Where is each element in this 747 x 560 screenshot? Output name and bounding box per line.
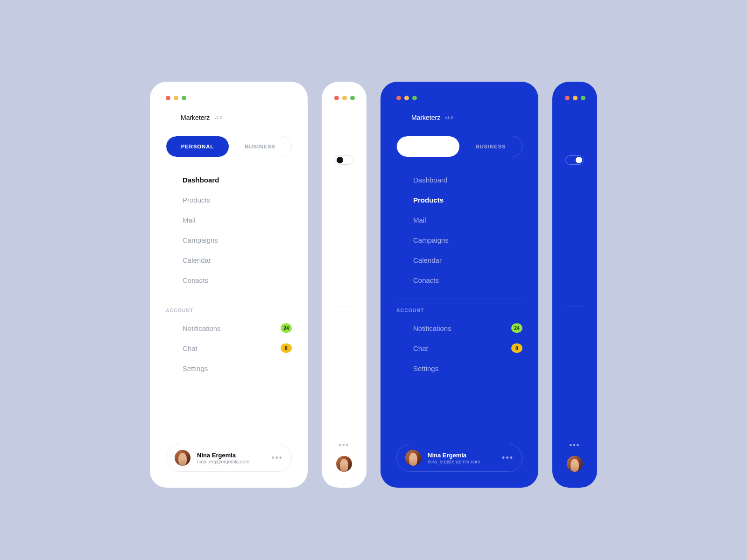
search-button[interactable] [570, 134, 580, 144]
search-button[interactable] [512, 112, 522, 123]
tab-business[interactable]: BUSINESS [229, 136, 291, 157]
app-name: Marketerz [181, 114, 210, 121]
section-account-title: ACCOUNT [396, 308, 522, 313]
nav-campaigns[interactable] [339, 240, 349, 251]
nav-label: Mail [183, 216, 292, 224]
nav-settings[interactable]: Settings [396, 359, 522, 378]
nav-notifications[interactable] [339, 320, 349, 330]
minimize-window-icon[interactable] [342, 96, 347, 100]
nav-products[interactable] [570, 197, 580, 208]
nav-dashboard[interactable] [339, 176, 349, 186]
account-nav: Notifications24 Chat8 Settings [166, 319, 292, 378]
nav-dashboard[interactable]: Dashboard [396, 170, 522, 189]
nav-contacts[interactable]: Conacts [396, 271, 522, 289]
nav-chat[interactable]: Chat8 [396, 339, 522, 357]
nav-products[interactable] [339, 197, 349, 208]
toggle-knob [337, 157, 343, 163]
nav-label: Dashboard [183, 176, 292, 184]
nav-mail[interactable] [570, 219, 580, 229]
nav-campaigns[interactable]: Campaigns [166, 231, 292, 249]
nav-notifications[interactable]: Notifications24 [396, 319, 522, 337]
nav-campaigns[interactable] [570, 240, 580, 251]
profile-more-button[interactable]: ••• [271, 453, 283, 463]
account-type-tabs: PERSONAL BUSINESS [166, 136, 292, 157]
avatar[interactable] [567, 456, 583, 472]
nav-chat[interactable] [339, 342, 349, 352]
maximize-window-icon[interactable] [350, 96, 355, 100]
minimize-window-icon[interactable] [573, 96, 578, 100]
profile-more-button[interactable]: ••• [502, 453, 514, 463]
close-window-icon[interactable] [396, 96, 401, 100]
nav-contacts[interactable]: Conacts [166, 271, 292, 289]
nav-campaigns[interactable]: Campaigns [396, 231, 522, 249]
tab-personal[interactable]: PERSONAL [397, 136, 459, 157]
nav-notifications[interactable] [570, 320, 580, 330]
minimize-window-icon[interactable] [174, 96, 178, 100]
app-version: v1.0 [214, 115, 222, 120]
more-button[interactable]: ••• [570, 441, 580, 449]
bag-icon [570, 198, 579, 207]
more-button[interactable]: ••• [339, 441, 350, 449]
calendar-icon [396, 255, 406, 265]
main-nav: Dashboard Products Mail Campaigns Calend… [166, 170, 292, 289]
avatar[interactable] [336, 456, 352, 472]
sidebar-light-expanded: Marketerz v1.0 PERSONAL BUSINESS Dashboa… [150, 82, 308, 488]
minimize-window-icon[interactable] [404, 96, 409, 100]
profile-card[interactable]: Nina Ergemla nina_erg@ergemla.com ••• [396, 444, 522, 472]
nav-chat[interactable] [570, 342, 580, 352]
maximize-window-icon[interactable] [412, 96, 417, 100]
brand: Marketerz v1.0 [166, 112, 222, 123]
nav-dashboard[interactable] [570, 176, 580, 186]
nav-settings[interactable] [339, 363, 349, 373]
mail-icon [396, 215, 406, 224]
close-window-icon[interactable] [334, 96, 339, 100]
search-button[interactable] [339, 134, 349, 144]
user-icon [166, 275, 175, 285]
profile-email: nina_erg@ergemla.com [428, 459, 495, 464]
divider [566, 307, 583, 307]
nav-chat[interactable]: Chat8 [166, 339, 292, 357]
profile-card[interactable]: Nina Ergemla nina_erg@ergemla.com ••• [166, 444, 292, 472]
logo-icon [570, 112, 580, 123]
nav-settings[interactable] [570, 363, 580, 373]
sliders-icon [339, 364, 349, 373]
window-controls [322, 96, 355, 100]
nav-notifications[interactable]: Notifications24 [166, 319, 292, 337]
nav-products[interactable]: Products [166, 190, 292, 209]
profile-info: Nina Ergemla nina_erg@ergemla.com [197, 452, 265, 464]
nav-mail[interactable]: Mail [166, 210, 292, 229]
sliders-icon [396, 364, 406, 373]
maximize-window-icon[interactable] [581, 96, 585, 100]
notifications-badge: 24 [281, 323, 292, 333]
nav-label: Notifications [413, 324, 504, 332]
calendar-icon [166, 255, 175, 265]
nav-contacts[interactable] [339, 283, 349, 294]
nav-mail[interactable] [339, 219, 349, 229]
nav-mail[interactable]: Mail [396, 210, 522, 229]
tab-business[interactable]: BUSINESS [459, 136, 522, 157]
flag-icon [396, 235, 406, 245]
maximize-window-icon[interactable] [182, 96, 186, 100]
nav-label: Campaigns [183, 236, 292, 244]
close-window-icon[interactable] [565, 96, 570, 100]
section-account-title: ACCOUNT [166, 308, 292, 313]
app-version: v1.0 [445, 115, 453, 120]
nav-products[interactable]: Products [396, 190, 522, 209]
nav-label: Settings [183, 364, 292, 372]
theme-toggle[interactable] [335, 155, 353, 165]
nav-calendar[interactable] [570, 262, 580, 272]
nav-dashboard[interactable]: Dashboard [166, 170, 292, 189]
nav-label: Mail [413, 216, 522, 224]
nav-settings[interactable]: Settings [166, 359, 292, 378]
nav-calendar[interactable] [339, 262, 349, 272]
theme-toggle[interactable] [565, 155, 584, 165]
nav-calendar[interactable]: Calendar [166, 251, 292, 269]
nav-calendar[interactable]: Calendar [396, 251, 522, 269]
nav-label: Products [183, 196, 292, 204]
tab-personal[interactable]: PERSONAL [166, 136, 229, 157]
account-type-tabs: PERSONAL BUSINESS [396, 136, 522, 157]
brand: Marketerz v1.0 [396, 112, 453, 123]
close-window-icon[interactable] [166, 96, 170, 100]
search-button[interactable] [282, 112, 292, 123]
nav-contacts[interactable] [570, 283, 580, 294]
